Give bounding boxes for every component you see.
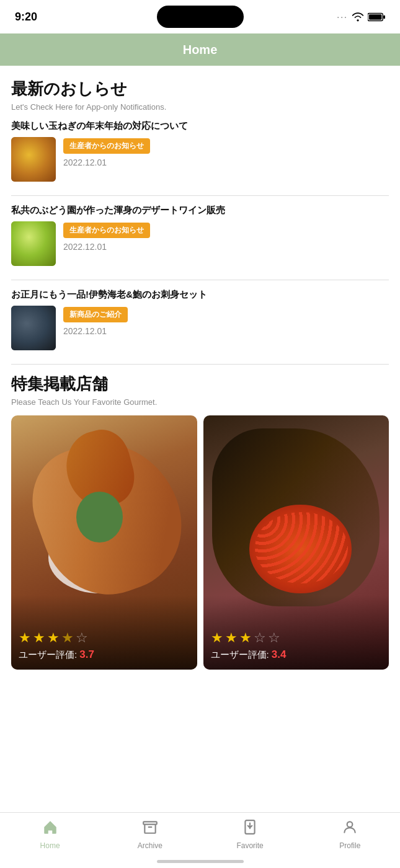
battery-icon <box>368 12 385 22</box>
news-item-3[interactable]: お正月にもう一品!伊勢海老&鮑のお刺身セット 新商品のご紹介 2022.12.0… <box>11 289 389 360</box>
home-icon <box>42 819 58 839</box>
nav-label-home: Home <box>40 841 60 850</box>
store-card-1[interactable]: ★ ★ ★ ★ ☆ ユーザー評価: 3.7 <box>11 415 197 670</box>
nav-header: Home <box>0 33 400 66</box>
news-tag-1: 生産者からのお知らせ <box>63 138 150 154</box>
nav-label-favorite: Favorite <box>236 841 263 850</box>
news-tag-2: 生産者からのお知らせ <box>63 223 150 238</box>
archive-icon <box>142 819 158 839</box>
star-2-1: ★ <box>211 630 223 646</box>
news-date-3: 2022.12.01 <box>63 326 128 336</box>
news-divider-3 <box>11 364 389 365</box>
store-overlay-2: ★ ★ ★ ☆ ☆ ユーザー評価: 3.4 <box>203 595 389 670</box>
news-item-2[interactable]: 私共のぶどう園が作った渾身のデザートワイン販売 生産者からのお知らせ 2022.… <box>11 205 389 276</box>
star-2-2: ★ <box>225 630 238 646</box>
star-2-3: ★ <box>239 630 252 646</box>
nav-item-profile[interactable]: Profile <box>300 819 400 850</box>
favorite-icon <box>242 819 258 839</box>
star-1-5: ☆ <box>76 630 88 646</box>
news-divider-2 <box>11 280 389 280</box>
store-rating-num-2: 3.4 <box>272 649 287 660</box>
deco-garnish <box>76 492 123 542</box>
news-thumb-1 <box>11 137 56 182</box>
featured-title: 特集掲載店舗 <box>11 373 389 395</box>
news-divider-1 <box>11 195 389 196</box>
store-cards: ★ ★ ★ ★ ☆ ユーザー評価: 3.7 <box>0 415 400 670</box>
status-icons: ··· <box>337 12 385 22</box>
news-title-1: 美味しい玉ねぎの年末年始の対応について <box>11 120 389 132</box>
news-thumb-3 <box>11 306 56 350</box>
home-indicator <box>157 860 244 863</box>
svg-rect-1 <box>383 15 385 19</box>
nav-item-favorite[interactable]: Favorite <box>200 819 300 850</box>
star-1-4: ★ <box>61 630 74 646</box>
profile-icon <box>342 819 358 839</box>
store-rating-2: ユーザー評価: 3.4 <box>211 649 382 661</box>
nav-title: Home <box>183 43 218 57</box>
store-rating-label-2: ユーザー評価: <box>211 649 269 660</box>
star-2-4: ☆ <box>254 630 266 646</box>
news-info-1: 生産者からのお知らせ 2022.12.01 <box>63 137 150 167</box>
nav-label-archive: Archive <box>138 841 162 850</box>
star-1-1: ★ <box>19 630 31 646</box>
nav-item-archive[interactable]: Archive <box>100 819 200 850</box>
news-title-3: お正月にもう一品!伊勢海老&鮑のお刺身セット <box>11 289 389 301</box>
news-tag-3: 新商品のご紹介 <box>63 307 128 322</box>
wifi-icon <box>352 12 364 22</box>
news-item-1[interactable]: 美味しい玉ねぎの年末年始の対応について 生産者からのお知らせ 2022.12.0… <box>11 120 389 192</box>
star-2-5: ☆ <box>268 630 280 646</box>
news-thumb-2 <box>11 221 56 266</box>
news-title-2: 私共のぶどう園が作った渾身のデザートワイン販売 <box>11 205 389 216</box>
notifications-subtitle: Let's Check Here for App-only Notificati… <box>11 102 389 112</box>
dynamic-island <box>157 6 244 28</box>
svg-rect-2 <box>369 14 382 19</box>
featured-subtitle: Please Teach Us Your Favorite Gourmet. <box>11 397 389 407</box>
nav-label-profile: Profile <box>339 841 360 850</box>
main-content: 最新のおしらせ Let's Check Here for App-only No… <box>0 66 400 732</box>
svg-rect-3 <box>143 822 157 824</box>
news-info-2: 生産者からのお知らせ 2022.12.01 <box>63 221 150 252</box>
status-bar: 9:20 ··· <box>0 0 400 33</box>
notifications-title: 最新のおしらせ <box>11 78 389 100</box>
news-info-3: 新商品のご紹介 2022.12.01 <box>63 306 128 336</box>
status-time: 9:20 <box>15 11 37 24</box>
notifications-section: 最新のおしらせ Let's Check Here for App-only No… <box>11 78 389 365</box>
star-1-2: ★ <box>33 630 45 646</box>
store-stars-2: ★ ★ ★ ☆ ☆ <box>211 630 382 646</box>
store-stars-1: ★ ★ ★ ★ ☆ <box>19 630 190 646</box>
star-1-3: ★ <box>47 630 60 646</box>
deco-ikura-dots <box>255 512 348 583</box>
featured-section: 特集掲載店舗 Please Teach Us Your Favorite Gou… <box>11 373 389 670</box>
store-card-2[interactable]: ★ ★ ★ ☆ ☆ ユーザー評価: 3.4 <box>203 415 389 670</box>
signal-icon: ··· <box>337 12 348 22</box>
svg-point-5 <box>347 822 353 827</box>
store-rating-num-1: 3.7 <box>79 649 94 660</box>
nav-item-home[interactable]: Home <box>0 819 100 850</box>
news-date-1: 2022.12.01 <box>63 157 150 167</box>
store-overlay-1: ★ ★ ★ ★ ☆ ユーザー評価: 3.7 <box>11 595 197 670</box>
store-rating-label-1: ユーザー評価: <box>19 649 77 660</box>
news-date-2: 2022.12.01 <box>63 242 150 252</box>
store-rating-1: ユーザー評価: 3.7 <box>19 649 190 661</box>
